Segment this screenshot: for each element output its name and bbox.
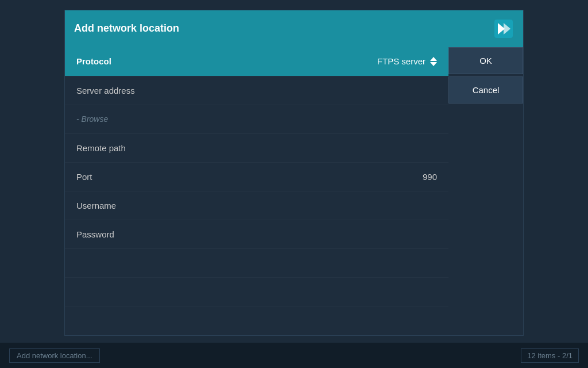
- add-network-location-button[interactable]: Add network location...: [9, 348, 100, 363]
- server-address-label: Server address: [76, 86, 437, 95]
- dialog-title-bar: Add network location: [65, 10, 523, 47]
- kodi-logo-icon: [493, 18, 514, 39]
- browse-text: - Browse: [76, 114, 108, 124]
- ok-button[interactable]: OK: [448, 47, 523, 74]
- bottom-bar: Add network location... 12 items - 2/1: [0, 343, 588, 368]
- dialog-title: Add network location: [74, 22, 179, 34]
- username-label: Username: [76, 201, 437, 210]
- items-count-badge: 12 items - 2/1: [521, 348, 579, 363]
- protocol-row[interactable]: Protocol FTPS server: [65, 47, 448, 76]
- protocol-selector[interactable]: Protocol FTPS server: [65, 47, 448, 76]
- dialog-body: Protocol FTPS server Server address: [65, 47, 523, 335]
- protocol-value: FTPS server: [377, 56, 425, 66]
- empty-row-3: [65, 306, 448, 335]
- username-row[interactable]: Username: [65, 191, 448, 220]
- form-panel: Protocol FTPS server Server address: [65, 47, 448, 335]
- empty-row-2: [65, 278, 448, 306]
- port-value: 990: [423, 172, 437, 182]
- cancel-button[interactable]: Cancel: [448, 76, 523, 103]
- browse-row[interactable]: - Browse: [65, 105, 448, 134]
- server-address-row[interactable]: Server address: [65, 76, 448, 105]
- remote-path-label: Remote path: [76, 143, 437, 153]
- dialog: Add network location Protocol FTPS serve…: [64, 10, 524, 336]
- remote-path-row[interactable]: Remote path: [65, 134, 448, 163]
- empty-row-1: [65, 249, 448, 278]
- protocol-label: Protocol: [76, 56, 377, 66]
- chevron-updown-icon: [430, 57, 437, 66]
- port-row[interactable]: Port 990: [65, 163, 448, 191]
- dialog-overlay: Add network location Protocol FTPS serve…: [0, 0, 588, 368]
- button-panel: OK Cancel: [448, 47, 523, 335]
- port-label: Port: [76, 172, 423, 182]
- password-label: Password: [76, 229, 437, 239]
- password-row[interactable]: Password: [65, 220, 448, 249]
